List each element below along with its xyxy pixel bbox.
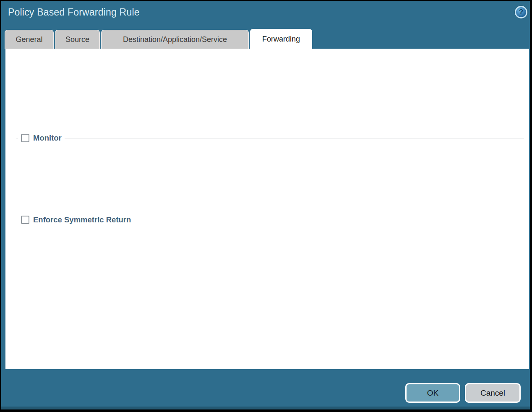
help-icon[interactable]: ?: [515, 6, 527, 18]
policy-based-forwarding-dialog: Policy Based Forwarding Rule ? General S…: [0, 0, 532, 412]
monitor-legend: Monitor: [18, 132, 65, 144]
monitor-legend-label: Monitor: [33, 133, 62, 143]
forwarding-tab-panel: [5, 49, 529, 369]
ok-button[interactable]: OK: [405, 383, 460, 403]
monitor-fieldset-border: [16, 138, 524, 138]
tab-forwarding-label: Forwarding: [262, 35, 300, 44]
symmetric-return-legend: Enforce Symmetric Return: [18, 214, 134, 226]
tab-dest-label: Destination/Application/Service: [123, 35, 227, 44]
bottom-accent-strip: [1, 407, 530, 409]
tab-forwarding[interactable]: Forwarding: [250, 29, 312, 49]
cancel-button[interactable]: Cancel: [465, 383, 521, 403]
enforce-symmetric-return-checkbox[interactable]: [21, 216, 29, 224]
tab-destination-application-service[interactable]: Destination/Application/Service: [101, 30, 249, 49]
dialog-background: Policy Based Forwarding Rule ? General S…: [1, 1, 530, 409]
tab-source[interactable]: Source: [55, 30, 100, 49]
tab-general[interactable]: General: [5, 30, 54, 49]
dialog-title: Policy Based Forwarding Rule: [8, 7, 140, 18]
tab-general-label: General: [16, 35, 42, 44]
tab-source-label: Source: [65, 35, 89, 44]
symmetric-return-legend-label: Enforce Symmetric Return: [33, 215, 131, 224]
monitor-checkbox[interactable]: [21, 134, 29, 142]
